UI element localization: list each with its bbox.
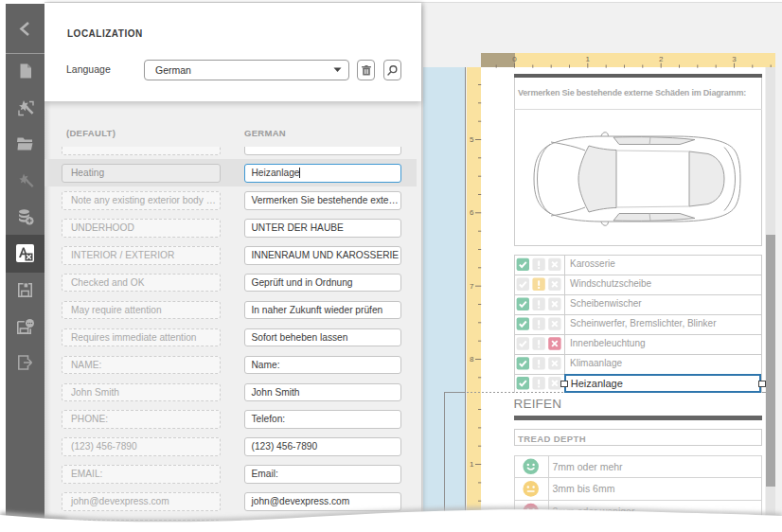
svg-text:3: 3 [732, 54, 737, 62]
svg-text:2: 2 [659, 54, 664, 62]
svg-text:6: 6 [470, 208, 474, 217]
svg-text:0: 0 [512, 54, 517, 62]
svg-text:1: 1 [586, 54, 591, 62]
svg-text:7: 7 [470, 282, 474, 291]
svg-text:1: 1 [470, 460, 474, 469]
svg-text:5: 5 [470, 135, 474, 144]
svg-text:8: 8 [470, 355, 474, 364]
